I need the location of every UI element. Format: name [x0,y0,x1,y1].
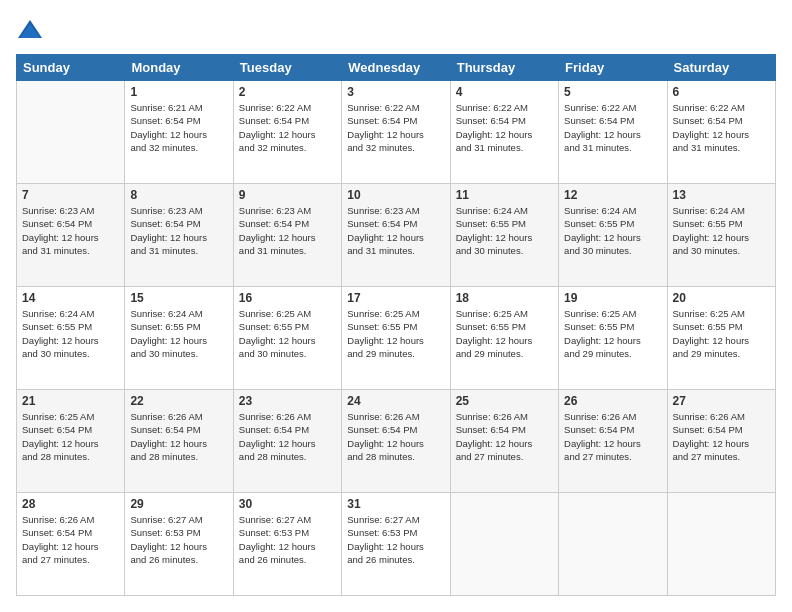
col-header-sunday: Sunday [17,55,125,81]
day-info: Sunrise: 6:25 AM Sunset: 6:55 PM Dayligh… [456,307,553,360]
day-info: Sunrise: 6:24 AM Sunset: 6:55 PM Dayligh… [456,204,553,257]
day-info: Sunrise: 6:26 AM Sunset: 6:54 PM Dayligh… [564,410,661,463]
day-number: 5 [564,85,661,99]
day-info: Sunrise: 6:26 AM Sunset: 6:54 PM Dayligh… [130,410,227,463]
day-number: 24 [347,394,444,408]
day-number: 12 [564,188,661,202]
calendar-cell: 27Sunrise: 6:26 AM Sunset: 6:54 PM Dayli… [667,390,775,493]
day-info: Sunrise: 6:25 AM Sunset: 6:55 PM Dayligh… [564,307,661,360]
calendar-week-5: 28Sunrise: 6:26 AM Sunset: 6:54 PM Dayli… [17,493,776,596]
day-number: 27 [673,394,770,408]
day-number: 9 [239,188,336,202]
calendar-cell: 28Sunrise: 6:26 AM Sunset: 6:54 PM Dayli… [17,493,125,596]
calendar-cell: 24Sunrise: 6:26 AM Sunset: 6:54 PM Dayli… [342,390,450,493]
calendar-week-2: 7Sunrise: 6:23 AM Sunset: 6:54 PM Daylig… [17,184,776,287]
day-info: Sunrise: 6:23 AM Sunset: 6:54 PM Dayligh… [239,204,336,257]
day-number: 22 [130,394,227,408]
calendar-cell: 11Sunrise: 6:24 AM Sunset: 6:55 PM Dayli… [450,184,558,287]
calendar-cell: 12Sunrise: 6:24 AM Sunset: 6:55 PM Dayli… [559,184,667,287]
logo [16,16,46,44]
day-info: Sunrise: 6:24 AM Sunset: 6:55 PM Dayligh… [22,307,119,360]
day-number: 15 [130,291,227,305]
calendar-cell: 19Sunrise: 6:25 AM Sunset: 6:55 PM Dayli… [559,287,667,390]
col-header-friday: Friday [559,55,667,81]
calendar-cell [450,493,558,596]
calendar-cell: 7Sunrise: 6:23 AM Sunset: 6:54 PM Daylig… [17,184,125,287]
day-info: Sunrise: 6:24 AM Sunset: 6:55 PM Dayligh… [130,307,227,360]
calendar-cell: 29Sunrise: 6:27 AM Sunset: 6:53 PM Dayli… [125,493,233,596]
calendar-cell: 3Sunrise: 6:22 AM Sunset: 6:54 PM Daylig… [342,81,450,184]
day-info: Sunrise: 6:22 AM Sunset: 6:54 PM Dayligh… [564,101,661,154]
calendar-table: SundayMondayTuesdayWednesdayThursdayFrid… [16,54,776,596]
calendar-cell: 25Sunrise: 6:26 AM Sunset: 6:54 PM Dayli… [450,390,558,493]
day-number: 30 [239,497,336,511]
calendar-cell: 26Sunrise: 6:26 AM Sunset: 6:54 PM Dayli… [559,390,667,493]
calendar-week-1: 1Sunrise: 6:21 AM Sunset: 6:54 PM Daylig… [17,81,776,184]
calendar-cell: 18Sunrise: 6:25 AM Sunset: 6:55 PM Dayli… [450,287,558,390]
calendar-cell [667,493,775,596]
calendar-cell [17,81,125,184]
calendar-cell: 1Sunrise: 6:21 AM Sunset: 6:54 PM Daylig… [125,81,233,184]
day-info: Sunrise: 6:22 AM Sunset: 6:54 PM Dayligh… [347,101,444,154]
calendar-cell: 13Sunrise: 6:24 AM Sunset: 6:55 PM Dayli… [667,184,775,287]
page: SundayMondayTuesdayWednesdayThursdayFrid… [0,0,792,612]
day-number: 13 [673,188,770,202]
day-info: Sunrise: 6:25 AM Sunset: 6:55 PM Dayligh… [347,307,444,360]
day-number: 31 [347,497,444,511]
calendar-cell: 9Sunrise: 6:23 AM Sunset: 6:54 PM Daylig… [233,184,341,287]
day-number: 8 [130,188,227,202]
day-info: Sunrise: 6:27 AM Sunset: 6:53 PM Dayligh… [347,513,444,566]
day-number: 26 [564,394,661,408]
day-number: 6 [673,85,770,99]
calendar-cell: 17Sunrise: 6:25 AM Sunset: 6:55 PM Dayli… [342,287,450,390]
calendar-cell: 8Sunrise: 6:23 AM Sunset: 6:54 PM Daylig… [125,184,233,287]
day-info: Sunrise: 6:25 AM Sunset: 6:54 PM Dayligh… [22,410,119,463]
calendar-cell: 10Sunrise: 6:23 AM Sunset: 6:54 PM Dayli… [342,184,450,287]
day-number: 7 [22,188,119,202]
col-header-monday: Monday [125,55,233,81]
day-number: 29 [130,497,227,511]
col-header-wednesday: Wednesday [342,55,450,81]
day-number: 16 [239,291,336,305]
day-info: Sunrise: 6:22 AM Sunset: 6:54 PM Dayligh… [456,101,553,154]
calendar-cell: 14Sunrise: 6:24 AM Sunset: 6:55 PM Dayli… [17,287,125,390]
day-number: 28 [22,497,119,511]
logo-icon [16,16,44,44]
col-header-thursday: Thursday [450,55,558,81]
calendar-cell: 6Sunrise: 6:22 AM Sunset: 6:54 PM Daylig… [667,81,775,184]
calendar-cell: 23Sunrise: 6:26 AM Sunset: 6:54 PM Dayli… [233,390,341,493]
calendar-cell: 22Sunrise: 6:26 AM Sunset: 6:54 PM Dayli… [125,390,233,493]
day-info: Sunrise: 6:24 AM Sunset: 6:55 PM Dayligh… [564,204,661,257]
calendar-cell [559,493,667,596]
day-number: 1 [130,85,227,99]
day-info: Sunrise: 6:22 AM Sunset: 6:54 PM Dayligh… [673,101,770,154]
day-number: 23 [239,394,336,408]
day-info: Sunrise: 6:27 AM Sunset: 6:53 PM Dayligh… [130,513,227,566]
calendar-header-row: SundayMondayTuesdayWednesdayThursdayFrid… [17,55,776,81]
header [16,16,776,44]
day-number: 4 [456,85,553,99]
day-number: 11 [456,188,553,202]
day-info: Sunrise: 6:26 AM Sunset: 6:54 PM Dayligh… [22,513,119,566]
day-info: Sunrise: 6:22 AM Sunset: 6:54 PM Dayligh… [239,101,336,154]
day-info: Sunrise: 6:21 AM Sunset: 6:54 PM Dayligh… [130,101,227,154]
calendar-week-3: 14Sunrise: 6:24 AM Sunset: 6:55 PM Dayli… [17,287,776,390]
day-info: Sunrise: 6:27 AM Sunset: 6:53 PM Dayligh… [239,513,336,566]
day-number: 17 [347,291,444,305]
calendar-cell: 21Sunrise: 6:25 AM Sunset: 6:54 PM Dayli… [17,390,125,493]
calendar-cell: 16Sunrise: 6:25 AM Sunset: 6:55 PM Dayli… [233,287,341,390]
calendar-cell: 15Sunrise: 6:24 AM Sunset: 6:55 PM Dayli… [125,287,233,390]
calendar-cell: 5Sunrise: 6:22 AM Sunset: 6:54 PM Daylig… [559,81,667,184]
day-number: 2 [239,85,336,99]
day-info: Sunrise: 6:23 AM Sunset: 6:54 PM Dayligh… [130,204,227,257]
day-info: Sunrise: 6:24 AM Sunset: 6:55 PM Dayligh… [673,204,770,257]
day-info: Sunrise: 6:25 AM Sunset: 6:55 PM Dayligh… [673,307,770,360]
day-info: Sunrise: 6:23 AM Sunset: 6:54 PM Dayligh… [347,204,444,257]
calendar-cell: 31Sunrise: 6:27 AM Sunset: 6:53 PM Dayli… [342,493,450,596]
calendar-cell: 30Sunrise: 6:27 AM Sunset: 6:53 PM Dayli… [233,493,341,596]
day-info: Sunrise: 6:26 AM Sunset: 6:54 PM Dayligh… [456,410,553,463]
day-number: 25 [456,394,553,408]
day-info: Sunrise: 6:26 AM Sunset: 6:54 PM Dayligh… [673,410,770,463]
day-number: 20 [673,291,770,305]
day-info: Sunrise: 6:25 AM Sunset: 6:55 PM Dayligh… [239,307,336,360]
